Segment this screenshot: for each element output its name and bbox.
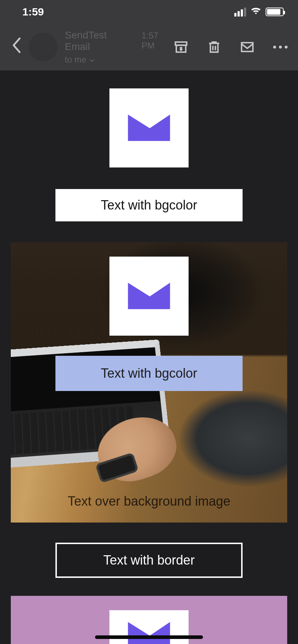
sender-avatar[interactable] bbox=[29, 33, 58, 61]
logo-block-2 bbox=[109, 257, 189, 336]
text-bgcolor-block-1: Text with bgcolor bbox=[55, 189, 243, 221]
logo-block-1 bbox=[109, 88, 189, 167]
sender-name[interactable]: SendTest Email bbox=[65, 29, 134, 52]
signal-icon bbox=[234, 8, 246, 17]
text-bgcolor-block-2: Text with bgcolor bbox=[55, 356, 243, 391]
mark-unread-button[interactable] bbox=[240, 40, 255, 55]
status-indicators bbox=[234, 6, 284, 18]
text-bgcolor-label-2: Text with bgcolor bbox=[101, 366, 197, 381]
chevron-down-icon bbox=[89, 55, 95, 65]
back-button[interactable] bbox=[10, 37, 22, 58]
campaign-monitor-logo-icon bbox=[125, 110, 173, 146]
background-image-section: Text with bgcolor Text over background i… bbox=[11, 242, 287, 523]
status-bar: 1:59 bbox=[0, 0, 298, 24]
status-time: 1:59 bbox=[22, 6, 44, 18]
campaign-monitor-logo-icon bbox=[125, 279, 173, 314]
text-border-block: Text with border bbox=[55, 543, 243, 578]
battery-icon bbox=[266, 8, 284, 16]
delete-button[interactable] bbox=[207, 40, 222, 55]
archive-button[interactable] bbox=[173, 40, 189, 55]
email-header: SendTest Email 1:57 PM to me bbox=[0, 24, 298, 70]
more-button[interactable] bbox=[273, 40, 288, 55]
toolbar bbox=[173, 40, 288, 55]
text-over-background: Text over background image bbox=[11, 494, 287, 509]
email-body[interactable]: Text with bgcolor Text with bgcolor Text… bbox=[0, 70, 298, 644]
to-label: to me bbox=[65, 55, 86, 65]
sent-time: 1:57 PM bbox=[141, 31, 173, 51]
wifi-icon bbox=[250, 6, 261, 18]
sender-info: SendTest Email 1:57 PM to me bbox=[65, 29, 173, 65]
text-bgcolor-label-1: Text with bgcolor bbox=[101, 198, 197, 212]
text-over-bg-label: Text over background image bbox=[68, 494, 230, 509]
home-indicator[interactable] bbox=[95, 635, 203, 639]
recipient-line[interactable]: to me bbox=[65, 55, 173, 65]
campaign-monitor-logo-icon bbox=[125, 618, 173, 644]
text-border-label: Text with border bbox=[103, 553, 195, 567]
svg-rect-2 bbox=[241, 43, 253, 52]
